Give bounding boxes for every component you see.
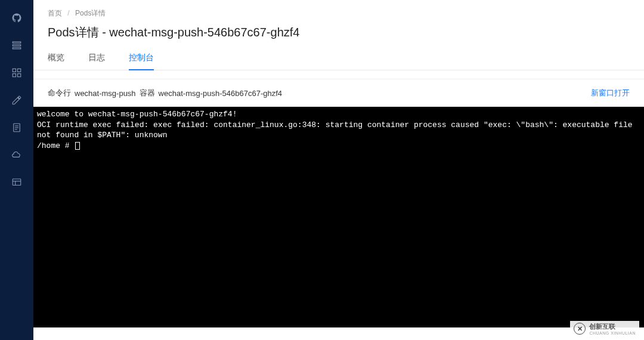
container-name: wechat-msg-push	[75, 89, 136, 98]
cloud-icon[interactable]	[10, 148, 24, 162]
terminal[interactable]: welcome to wechat-msg-push-546b67c67-ghz…	[33, 107, 644, 327]
svg-rect-5	[13, 74, 16, 77]
breadcrumb: 首页 / Pods详情	[33, 0, 644, 18]
terminal-prompt: /home #	[37, 141, 74, 150]
tab-console[interactable]: 控制台	[129, 52, 154, 70]
breadcrumb-current: Pods详情	[75, 9, 106, 17]
terminal-line2: OCI runtime exec failed: exec failed: co…	[37, 120, 637, 140]
watermark: ✕ 创新互联 CHUANG XINHULIAN	[570, 321, 639, 336]
breadcrumb-home[interactable]: 首页	[48, 9, 62, 17]
console-panel: 命令行 wechat-msg-push 容器 wechat-msg-push-5…	[33, 79, 644, 327]
watermark-text-zh: 创新互联	[589, 322, 636, 331]
console-panel-header: 命令行 wechat-msg-push 容器 wechat-msg-push-5…	[33, 79, 644, 107]
page-title: Pods详情 - wechat-msg-push-546b67c67-ghzf4	[33, 18, 644, 41]
breadcrumb-separator: /	[67, 9, 69, 17]
terminal-cursor	[75, 142, 80, 150]
container-word: 容器	[140, 88, 155, 98]
layout-icon[interactable]	[10, 175, 24, 190]
terminal-line1: welcome to wechat-msg-push-546b67c67-ghz…	[37, 110, 237, 119]
watermark-logo-icon: ✕	[574, 323, 586, 335]
tab-logs[interactable]: 日志	[88, 52, 105, 70]
svg-rect-0	[13, 42, 21, 43]
svg-rect-1	[13, 45, 21, 46]
cmd-label: 命令行	[48, 88, 71, 98]
svg-rect-11	[13, 179, 21, 186]
list-icon[interactable]	[10, 38, 24, 52]
doc-icon[interactable]	[10, 120, 24, 135]
sidebar	[0, 0, 33, 340]
svg-rect-2	[13, 48, 21, 49]
open-new-window-link[interactable]: 新窗口打开	[591, 88, 630, 98]
tabs: 概览 日志 控制台	[33, 41, 644, 70]
svg-rect-4	[18, 69, 21, 72]
edit-icon[interactable]	[10, 93, 24, 107]
grid-icon[interactable]	[10, 66, 24, 80]
github-icon[interactable]	[10, 11, 24, 25]
svg-rect-6	[18, 74, 21, 77]
pod-name: wechat-msg-push-546b67c67-ghzf4	[159, 89, 282, 98]
tab-overview[interactable]: 概览	[48, 52, 64, 70]
svg-rect-3	[13, 69, 16, 72]
main-content: 首页 / Pods详情 Pods详情 - wechat-msg-push-546…	[33, 0, 644, 340]
watermark-text-en: CHUANG XINHULIAN	[589, 331, 636, 335]
